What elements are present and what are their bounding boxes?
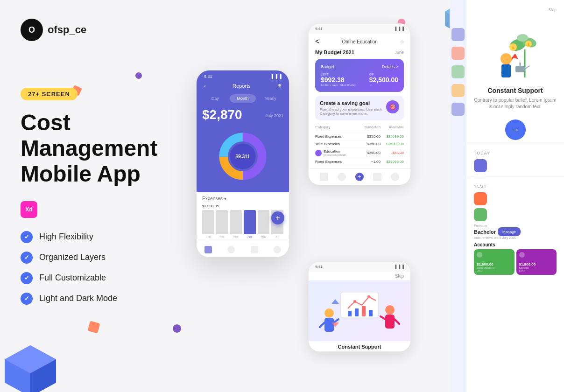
svg-point-39 <box>501 53 512 64</box>
add-button[interactable]: + <box>271 211 284 224</box>
phone-status-bar: 9:41 ▐ ▐ ▐ <box>197 70 289 81</box>
nav-icon-3[interactable] <box>373 173 381 181</box>
budget-phone: 9:41 ▐ ▐ ▐ < Online Education ⊕ My Budge… <box>308 23 411 185</box>
divider-1 <box>466 145 564 145</box>
feature-label-1: High Flexibility <box>39 232 93 242</box>
status-time: 9:41 <box>204 74 212 79</box>
table-row-1: Fixed Expenses $350.00 $35099.00 <box>315 133 404 140</box>
svg-line-22 <box>334 319 338 322</box>
svg-rect-17 <box>362 306 366 316</box>
bar-chart: Sep Feb Mar Apr May <box>202 210 283 238</box>
svg-line-21 <box>320 322 324 327</box>
tab-month[interactable]: Month <box>230 94 255 103</box>
bp-budget-card: Budget Details > LEFT $992.38 12 more da… <box>315 59 404 92</box>
support-sub: Contrary to popular belief, Lorem Ipsum … <box>474 97 557 110</box>
bp-left: LEFT $992.38 12 more days - $112.00/day <box>321 73 356 86</box>
check-icon-1 <box>21 231 33 243</box>
nav-home[interactable] <box>204 246 212 253</box>
character-svg: $ $ <box>492 21 539 87</box>
support-title: Constant Support <box>487 87 543 94</box>
account-card-2: $1,800.00 Savings EUR <box>516 249 557 275</box>
character-area: $ $ Constant Support Contrary to popular… <box>466 12 564 115</box>
nav-card[interactable] <box>251 246 258 253</box>
feature-item-1: High Flexibility <box>21 231 194 243</box>
svg-text:$: $ <box>528 43 529 46</box>
edu-skip[interactable]: Skip <box>309 272 410 280</box>
today-item-1[interactable] <box>474 159 487 172</box>
left-panel: O ofsp_ce 27+ SCREEN Cost Management Mob… <box>0 0 215 392</box>
phone-nav <box>197 242 289 257</box>
edu-title: Constant Support <box>309 341 410 351</box>
phone-body: $2,870 July 2021 $9.311 <box>197 107 289 192</box>
check-icon-2 <box>21 252 33 264</box>
logo-icon: O <box>21 19 43 41</box>
screen-count-badge: 27+ SCREEN <box>21 88 78 100</box>
nav-chart[interactable] <box>227 246 235 253</box>
arrow-button[interactable]: → <box>505 119 526 140</box>
manage-button[interactable]: Manage <box>498 227 521 236</box>
nav-add-btn[interactable]: + <box>355 173 364 181</box>
nav-user[interactable] <box>274 246 281 253</box>
logo-text: ofsp_ce <box>48 24 86 36</box>
feature-label-4: Light and Dark Mode <box>39 294 117 303</box>
bp-table: Category Budgeted Available Fixed Expens… <box>309 122 410 168</box>
bachelor-mini: Premium Bachelor Manage Auto-renewal on:… <box>474 224 557 239</box>
bp-details[interactable]: Details > <box>382 64 398 69</box>
expense-label: Expenses ▾ <box>202 196 283 201</box>
nav-icon-1[interactable] <box>320 173 328 181</box>
phone-frame: 9:41 ▐ ▐ ▐ ‹ Reports ⊞ Day Month Yearly … <box>196 70 289 258</box>
sr-item-3[interactable] <box>451 65 465 78</box>
svg-text:$: $ <box>512 46 514 50</box>
yest-item-1[interactable] <box>474 192 487 205</box>
svg-rect-20 <box>324 318 334 332</box>
edu-illustration <box>309 280 410 341</box>
sr-item-5[interactable] <box>451 103 465 116</box>
menu-icon[interactable]: ⊞ <box>277 83 282 89</box>
edu-phone-card: 9:41 ▐ ▐ ▐ Skip <box>308 261 411 352</box>
tab-day[interactable]: Day <box>202 94 228 103</box>
header-title: Reports <box>233 83 251 89</box>
bp-table-header: Category Budgeted Available <box>315 125 404 131</box>
period-label: July 2021 <box>265 113 283 118</box>
sr-item-1[interactable] <box>451 28 465 41</box>
sr-item-4[interactable] <box>451 84 465 97</box>
svg-marker-27 <box>331 299 339 304</box>
edu-status: 9:41 ▐ ▐ ▐ <box>309 262 410 272</box>
bp-amounts: LEFT $992.38 12 more days - $112.00/day … <box>321 73 398 86</box>
feature-item-2: Organized Layers <box>21 252 194 264</box>
yest-item-2[interactable] <box>474 208 487 221</box>
account-card-1: $1,800.00 John checking USD <box>474 249 515 275</box>
tab-yearly[interactable]: Yearly <box>258 94 283 103</box>
second-right-strip <box>450 0 466 392</box>
center-phone: 9:41 ▐ ▐ ▐ ‹ Reports ⊞ Day Month Yearly … <box>196 70 308 258</box>
sg-sub: Plan ahead your expenses. Use each Categ… <box>320 107 382 116</box>
bp-card-label: Budget <box>321 64 334 69</box>
svg-point-19 <box>324 308 334 318</box>
check-icon-4 <box>21 293 33 305</box>
bp-back[interactable]: < <box>315 37 319 46</box>
logo-icon-text: O <box>28 25 35 35</box>
logo-area: O ofsp_ce <box>21 19 194 41</box>
expense-amount: $1,900.35 <box>202 204 283 208</box>
fr-skip[interactable]: Skip <box>466 0 564 12</box>
main-title: Cost Management Mobile App <box>21 110 194 187</box>
nav-icon-4[interactable] <box>391 173 399 181</box>
svg-rect-16 <box>355 308 359 316</box>
divider-2 <box>466 178 564 178</box>
svg-rect-40 <box>501 64 511 77</box>
svg-line-26 <box>395 319 399 324</box>
goal-icon: 🎯 <box>386 100 399 113</box>
middle-phones: 9:41 ▐ ▐ ▐ < Online Education ⊕ My Budge… <box>308 23 416 193</box>
accounts-section: Accounts $1,800.00 John checking USD $1,… <box>474 242 557 275</box>
feature-label-3: Full Customizable <box>39 273 106 283</box>
saving-goal: Create a saving goal Plan ahead your exp… <box>315 96 404 120</box>
sg-title: Create a saving goal <box>320 100 382 106</box>
bp-menu[interactable]: ⊕ <box>400 39 404 44</box>
svg-point-14 <box>367 295 370 298</box>
svg-point-23 <box>385 305 395 315</box>
tabs-row: Day Month Yearly <box>197 94 289 107</box>
nav-icon-2[interactable] <box>338 173 346 181</box>
svg-rect-41 <box>515 66 525 72</box>
sr-item-2[interactable] <box>451 47 465 60</box>
back-arrow[interactable]: ‹ <box>204 83 206 89</box>
